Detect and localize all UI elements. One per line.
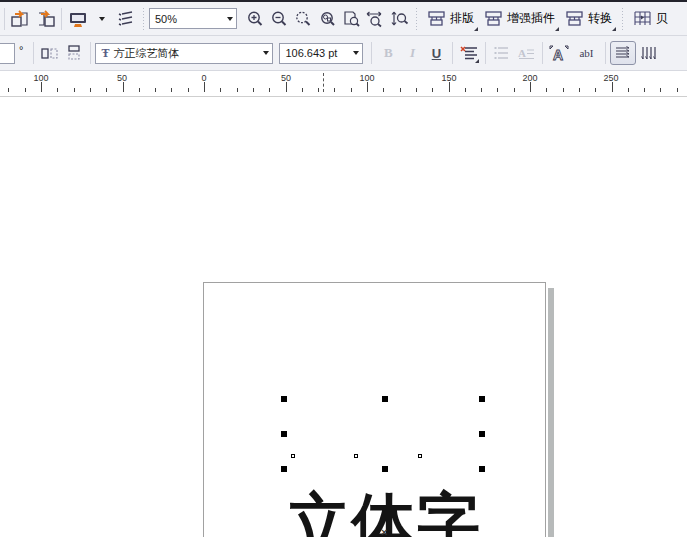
toolbar-divider	[33, 42, 34, 64]
zoom-level-combobox[interactable]: 50%	[149, 8, 237, 29]
mirror-vertical-button[interactable]	[62, 41, 86, 65]
text-alignment-button[interactable]	[457, 41, 481, 65]
ruler-tick	[400, 88, 401, 92]
vertical-text-button[interactable]	[636, 41, 662, 65]
vertical-text-icon	[640, 45, 658, 61]
ruler-tick	[432, 88, 433, 92]
zoom-all-objects-icon	[318, 10, 337, 28]
font-size-combobox[interactable]: 106.643 pt	[279, 43, 363, 64]
font-size-value: 106.643 pt	[280, 47, 349, 59]
zoom-to-all-objects-button[interactable]	[315, 7, 339, 31]
selection-handle[interactable]	[479, 466, 485, 472]
macro-button-label: 排版	[450, 10, 474, 27]
ruler-labels: 10050050100150200250	[0, 71, 687, 96]
selection-handle[interactable]	[281, 396, 287, 402]
svg-text:A: A	[553, 47, 563, 63]
font-size-dropdown[interactable]	[349, 44, 362, 63]
zoom-in-button[interactable]	[243, 7, 267, 31]
ruler-tick	[416, 88, 417, 92]
zoom-to-selected-button[interactable]	[291, 7, 315, 31]
ruler-tick-major	[530, 82, 531, 92]
ruler-label: 200	[522, 73, 537, 83]
selection-handle[interactable]	[479, 431, 485, 437]
bulleted-list-icon	[492, 44, 512, 62]
macro-options-button[interactable]	[114, 7, 138, 31]
macro-button-typesetting[interactable]: 排版	[422, 6, 479, 32]
character-formatting-icon: A	[548, 44, 570, 63]
ruler-tick	[465, 88, 466, 92]
character-formatting-button[interactable]: A	[547, 41, 571, 65]
toolbar-divider	[542, 42, 543, 64]
edit-text-button[interactable]: abI	[571, 41, 601, 65]
chevron-down-icon	[99, 17, 105, 21]
selection-handle[interactable]	[281, 431, 287, 437]
ruler-tick-major	[449, 82, 450, 92]
chevron-down-icon	[227, 17, 233, 21]
application-launcher-button[interactable]	[66, 7, 90, 31]
toolbar-grip	[621, 8, 624, 30]
mirror-horizontal-button[interactable]	[38, 41, 62, 65]
ruler-label: 50	[281, 73, 291, 83]
macro-button-label: 转换	[588, 10, 612, 27]
character-node-marker[interactable]	[354, 454, 358, 458]
ruler-tick	[57, 88, 58, 92]
application-launcher-dropdown[interactable]	[90, 7, 114, 31]
selection-handle[interactable]	[281, 466, 287, 472]
toolbar-grip	[415, 8, 418, 30]
ruler-label: 100	[359, 73, 374, 83]
ruler-tick-major	[204, 82, 205, 92]
ruler-tick	[481, 88, 482, 92]
window-panel-icon	[565, 10, 584, 27]
zoom-level-dropdown[interactable]	[223, 9, 236, 28]
ruler-tick	[302, 88, 303, 92]
zoom-to-page-button[interactable]	[339, 7, 363, 31]
font-list-dropdown[interactable]	[259, 44, 272, 63]
zoom-to-page-height-button[interactable]	[387, 7, 411, 31]
ruler-tick	[579, 88, 580, 92]
macro-button-truncated[interactable]: 贝	[628, 6, 668, 32]
horizontal-ruler[interactable]: 10050050100150200250	[0, 71, 687, 97]
bulleted-list-button[interactable]	[490, 41, 514, 65]
zoom-to-page-width-button[interactable]	[363, 7, 387, 31]
horizontal-text-button[interactable]	[610, 41, 636, 65]
italic-button[interactable]: I	[400, 41, 424, 65]
rotation-angle-input[interactable]	[0, 43, 15, 64]
ruler-tick	[497, 88, 498, 92]
macro-button-convert[interactable]: 转换	[560, 6, 617, 32]
ruler-tick	[8, 88, 9, 92]
selection-handle[interactable]	[382, 466, 388, 472]
selection-handle[interactable]	[479, 396, 485, 402]
ruler-tick	[351, 88, 352, 92]
character-node-marker[interactable]	[291, 454, 295, 458]
zoom-out-button[interactable]	[267, 7, 291, 31]
window-panel-icon	[427, 10, 446, 27]
ruler-tick	[171, 88, 172, 92]
macro-button-label: 贝	[656, 10, 668, 27]
ruler-tick	[383, 88, 384, 92]
ruler-label: 250	[603, 73, 618, 83]
ruler-tick	[563, 88, 564, 92]
macro-button-plugins[interactable]: 增强插件	[479, 6, 560, 32]
ruler-tick	[25, 88, 26, 92]
coreldraw-window: 50%	[0, 0, 687, 537]
macro-button-label: 增强插件	[507, 10, 555, 27]
macro-options-icon	[116, 10, 136, 28]
chevron-down-icon	[353, 51, 359, 55]
drop-cap-button[interactable]: A	[514, 41, 538, 65]
ruler-label: 50	[117, 73, 127, 83]
svg-text:A: A	[518, 47, 526, 59]
ruler-tick	[74, 88, 75, 92]
grid-icon	[633, 10, 652, 27]
edit-text-icon: abI	[579, 47, 593, 59]
underline-button[interactable]: U	[424, 41, 448, 65]
property-bar: ° Ŧ方正综艺简体 106.643 pt B I U	[0, 36, 687, 71]
ruler-label: 100	[33, 73, 48, 83]
drawing-workspace[interactable]: 立体字 ×	[0, 97, 687, 537]
character-node-marker[interactable]	[418, 454, 422, 458]
selection-handle[interactable]	[382, 396, 388, 402]
import-button[interactable]	[9, 7, 33, 31]
bold-button[interactable]: B	[376, 41, 400, 65]
font-list-combobox[interactable]: Ŧ方正综艺简体	[95, 43, 273, 64]
zoom-selected-icon	[294, 10, 313, 28]
export-button[interactable]	[33, 7, 57, 31]
